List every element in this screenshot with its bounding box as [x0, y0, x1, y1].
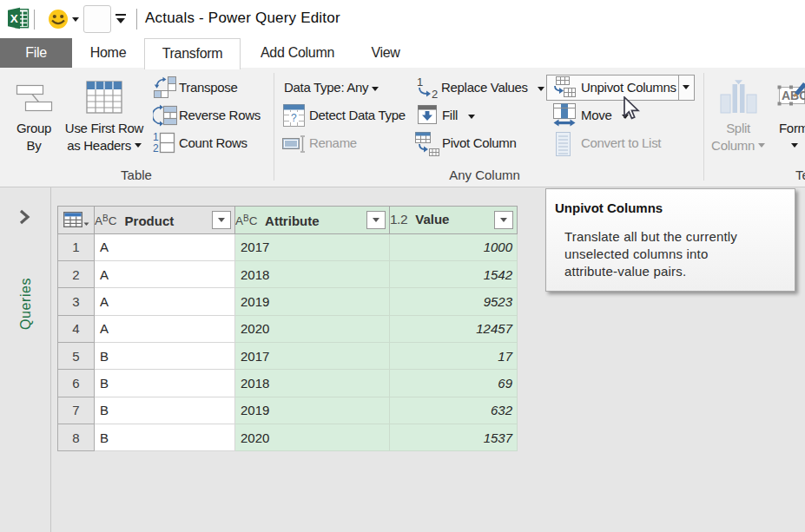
svg-text:1: 1 — [153, 131, 159, 143]
svg-text:?: ? — [291, 112, 297, 124]
svg-text:X: X — [10, 12, 18, 25]
svg-text:2: 2 — [432, 88, 438, 100]
svg-text:2: 2 — [153, 142, 159, 154]
svg-text:1: 1 — [417, 76, 423, 89]
